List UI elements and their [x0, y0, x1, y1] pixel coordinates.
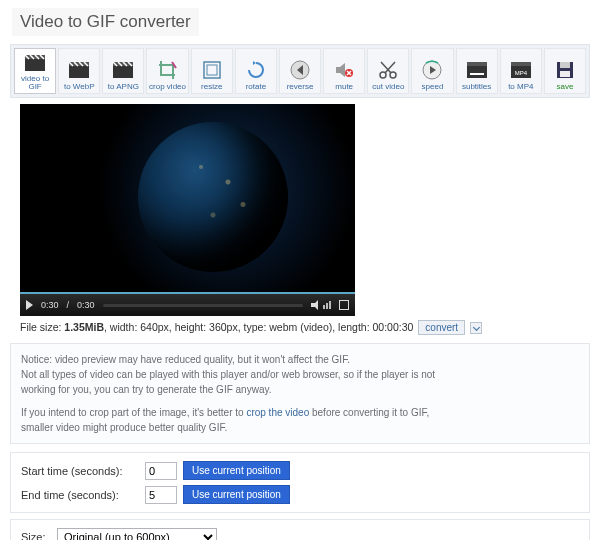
rotate-icon	[243, 58, 269, 82]
resize-icon	[199, 58, 225, 82]
page-title: Video to GIF converter	[12, 8, 199, 36]
volume-control[interactable]	[311, 300, 331, 310]
scissors-icon	[375, 58, 401, 82]
start-time-input[interactable]	[145, 462, 177, 480]
tool-subtitles[interactable]: subtitles	[456, 48, 498, 94]
tool-label: to MP4	[508, 83, 533, 91]
svg-rect-6	[204, 62, 220, 78]
subtitles-icon	[464, 58, 490, 82]
svg-rect-14	[467, 62, 487, 66]
time-section: Start time (seconds): Use current positi…	[10, 452, 590, 513]
svg-rect-4	[113, 66, 133, 78]
time-total: 0:30	[77, 300, 95, 310]
tool-crop-video[interactable]: crop video	[146, 48, 188, 94]
tool-to-webp[interactable]: to WebP	[58, 48, 100, 94]
tool-label: to APNG	[108, 83, 139, 91]
clapper-icon	[66, 58, 92, 82]
file-size: 1.35MiB	[64, 321, 104, 333]
tool-label: resize	[201, 83, 222, 91]
tool-reverse[interactable]: reverse	[279, 48, 321, 94]
start-use-current-button[interactable]: Use current position	[183, 461, 290, 480]
svg-rect-7	[207, 65, 217, 75]
convert-button[interactable]: convert	[418, 320, 465, 335]
tool-label: subtitles	[462, 83, 491, 91]
clapper-icon	[22, 51, 48, 74]
tool-to-mp4[interactable]: MP4to MP4	[500, 48, 542, 94]
reverse-icon	[287, 58, 313, 82]
options-section: Size: Original (up to 600px) Frame rate …	[10, 519, 590, 540]
video-frame[interactable]	[20, 104, 355, 292]
tool-label: save	[557, 83, 574, 91]
video-player: 0:30 / 0:30	[20, 104, 355, 316]
end-use-current-button[interactable]: Use current position	[183, 485, 290, 504]
svg-rect-15	[470, 73, 484, 75]
tool-to-apng[interactable]: to APNG	[102, 48, 144, 94]
svg-rect-0	[25, 59, 45, 71]
end-time-label: End time (seconds):	[21, 489, 139, 501]
seek-bar[interactable]	[103, 304, 303, 307]
svg-rect-17	[511, 62, 531, 66]
toolbar: video to GIF to WebP to APNG crop video …	[10, 44, 590, 98]
end-time-input[interactable]	[145, 486, 177, 504]
time-current: 0:30	[41, 300, 59, 310]
start-time-label: Start time (seconds):	[21, 465, 139, 477]
tool-label: reverse	[287, 83, 314, 91]
tool-rotate[interactable]: rotate	[235, 48, 277, 94]
size-select[interactable]: Original (up to 600px)	[57, 528, 217, 540]
download-icon[interactable]	[470, 322, 482, 334]
tool-video-to-gif[interactable]: video to GIF	[14, 48, 56, 94]
notice-box: Notice: video preview may have reduced q…	[10, 343, 590, 444]
floppy-icon	[552, 58, 578, 82]
play-button[interactable]	[26, 300, 33, 310]
mute-icon	[331, 58, 357, 82]
tool-label: to WebP	[64, 83, 95, 91]
player-controls: 0:30 / 0:30	[20, 292, 355, 316]
svg-rect-13	[467, 66, 487, 78]
fullscreen-button[interactable]	[339, 300, 349, 310]
tool-save[interactable]: save	[544, 48, 586, 94]
svg-text:MP4: MP4	[515, 70, 528, 76]
tool-label: speed	[422, 83, 444, 91]
tool-mute[interactable]: mute	[323, 48, 365, 94]
tool-label: rotate	[246, 83, 266, 91]
svg-rect-2	[69, 66, 89, 78]
speaker-icon	[311, 300, 321, 310]
clapper-icon	[110, 58, 136, 82]
tool-label: video to GIF	[15, 75, 55, 91]
svg-rect-20	[560, 62, 570, 68]
tool-label: mute	[335, 83, 353, 91]
size-label: Size:	[21, 531, 51, 540]
tool-speed[interactable]: speed	[411, 48, 453, 94]
time-sep: /	[67, 300, 70, 310]
crop-icon	[155, 58, 181, 82]
crop-video-link[interactable]: crop the video	[246, 407, 309, 418]
svg-rect-21	[560, 71, 570, 77]
tool-cut-video[interactable]: cut video	[367, 48, 409, 94]
tool-label: crop video	[149, 83, 186, 91]
speed-icon	[419, 58, 445, 82]
mp4-icon: MP4	[508, 58, 534, 82]
file-info: File size: 1.35MiB, width: 640px, height…	[20, 320, 590, 335]
tool-label: cut video	[372, 83, 404, 91]
tool-resize[interactable]: resize	[191, 48, 233, 94]
